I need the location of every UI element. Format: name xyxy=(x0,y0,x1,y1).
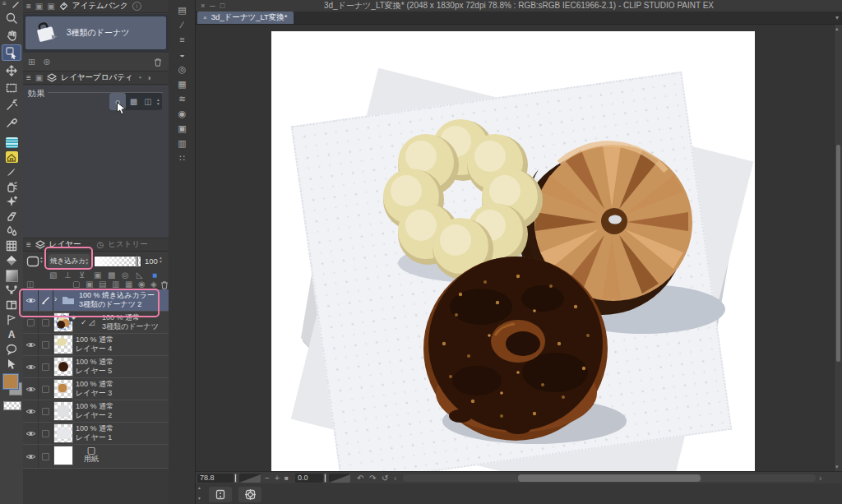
delete-item-icon[interactable] xyxy=(154,58,162,67)
vertical-scrollbar[interactable]: ▴ ▾ xyxy=(834,25,842,471)
liquify-tool[interactable] xyxy=(2,238,21,254)
material-panel-icon[interactable]: ▥ xyxy=(169,136,196,150)
move-layer-tool[interactable] xyxy=(2,62,21,79)
apply-mask-icon[interactable]: ◈ xyxy=(150,280,157,289)
selection-tool[interactable] xyxy=(2,80,21,96)
layer-visibility-toggle[interactable] xyxy=(23,356,39,377)
layer-mask-icon[interactable]: ◉ xyxy=(138,280,146,289)
merge-down-icon[interactable]: ▦ xyxy=(125,280,132,289)
zoom-out-icon[interactable]: − xyxy=(265,473,270,483)
ruler-show-icon[interactable]: ◺ xyxy=(136,271,143,280)
reference-layer-icon[interactable]: ⊥ xyxy=(64,271,72,280)
blend-mode-select[interactable]: 焼き込みカラー ▴▾ xyxy=(49,254,90,269)
layer-row-folder[interactable]: › 100 % 焼き込みカラー 3種類のドーナツ 2 xyxy=(23,289,169,312)
frame-border-tool[interactable] xyxy=(2,297,21,313)
two-pane-icon[interactable]: ◫ xyxy=(26,280,34,289)
item-bank-menu-icon[interactable]: ≡ xyxy=(26,2,31,11)
folder-expand-arrow[interactable]: › xyxy=(54,294,57,303)
rotation-slider[interactable] xyxy=(329,474,350,483)
tool-property-icon[interactable]: ▣ xyxy=(35,74,43,82)
lock-layer-icon[interactable]: ▣ xyxy=(94,271,101,280)
layer-edit-indicator[interactable] xyxy=(39,334,53,355)
fit-to-screen-icon[interactable]: ■ xyxy=(285,473,289,483)
navigator-button[interactable] xyxy=(238,487,261,502)
transfer-down-icon[interactable]: ▥ xyxy=(112,280,119,289)
layer-edit-indicator[interactable] xyxy=(39,312,53,333)
layer-edit-indicator[interactable] xyxy=(39,356,53,377)
layer-visibility-toggle[interactable] xyxy=(23,445,39,468)
opacity-slider[interactable] xyxy=(95,257,141,266)
add-item-icon[interactable]: ⊞ xyxy=(28,58,35,67)
scroll-up-icon[interactable]: ▴ xyxy=(835,25,839,32)
object-operation-tool[interactable] xyxy=(2,44,21,61)
delete-layer-icon[interactable] xyxy=(160,280,169,289)
layer-color-effect-button[interactable]: ◫ xyxy=(141,97,155,106)
canvas-page[interactable] xyxy=(271,31,755,471)
tab-history[interactable]: ヒストリー xyxy=(108,239,147,250)
zoom-slider[interactable] xyxy=(239,474,261,483)
window-controls[interactable]: ×─□ xyxy=(201,2,229,10)
text-tool[interactable]: A xyxy=(2,326,21,343)
sub-tool-panel-icon[interactable]: ∕ xyxy=(169,18,196,31)
layer-row-1[interactable]: 100 % 通常 レイヤー 1 xyxy=(23,423,169,445)
zoom-value-field[interactable]: 78.8 xyxy=(197,474,234,483)
figure-decoration-tool[interactable] xyxy=(2,193,21,210)
layer-edit-indicator[interactable] xyxy=(39,423,53,444)
gradient-tool[interactable] xyxy=(2,252,21,269)
brush-size-panel-icon[interactable]: ◒ xyxy=(169,48,196,61)
layer-visibility-toggle[interactable] xyxy=(23,400,39,422)
tab-list-chevron-icon[interactable]: ▾ xyxy=(835,14,839,21)
new-vector-layer-icon[interactable]: ▣ xyxy=(86,280,93,289)
mask-enable-icon[interactable]: ◎ xyxy=(122,271,129,280)
blend-tool[interactable] xyxy=(2,223,21,239)
opacity-handle[interactable] xyxy=(136,256,138,267)
tool-property-panel-icon[interactable]: ≡ xyxy=(169,33,196,46)
decoration-tool[interactable] xyxy=(2,149,21,165)
hand-tool[interactable] xyxy=(2,27,21,44)
layer-thumbnail[interactable] xyxy=(54,380,72,398)
brush-shape-panel-icon[interactable]: ◎ xyxy=(169,62,196,76)
layer-visibility-toggle[interactable] xyxy=(23,289,39,311)
layer-thumbnail[interactable] xyxy=(54,424,72,442)
layer-thumbnail[interactable] xyxy=(54,402,72,420)
layer-edit-indicator[interactable] xyxy=(39,378,53,400)
layer-edit-indicator[interactable] xyxy=(39,400,53,422)
transparent-color-swatch[interactable] xyxy=(3,401,21,410)
color-wheel-panel-icon[interactable]: ◉ xyxy=(169,107,196,120)
layer-visibility-toggle[interactable] xyxy=(23,378,39,400)
layer-color-icon[interactable]: ■ xyxy=(152,271,157,280)
color-mixing-panel-icon[interactable]: ≋ xyxy=(169,92,196,105)
zoom-slider-handle[interactable] xyxy=(234,474,237,483)
foreground-color-swatch[interactable] xyxy=(3,374,18,389)
layer-thumbnail[interactable] xyxy=(54,335,72,354)
operation-select-tool[interactable] xyxy=(2,356,21,372)
airbrush-tool[interactable] xyxy=(2,178,21,195)
navigator-panel-icon[interactable]: ▤ xyxy=(169,3,196,16)
anchor-point-tool[interactable] xyxy=(2,282,21,298)
toolbar-pen-icon[interactable] xyxy=(12,2,19,8)
ruler-tool[interactable] xyxy=(2,312,21,328)
opacity-stepper[interactable]: ▴▾ xyxy=(160,256,162,264)
layer-row-3[interactable]: 100 % 通常 レイヤー 3 xyxy=(23,378,169,400)
pen-tool[interactable] xyxy=(2,134,21,150)
brush-tool[interactable] xyxy=(2,164,21,180)
eyedropper-tool[interactable] xyxy=(2,114,21,131)
toolbar-menu-icon[interactable]: ≡ xyxy=(2,1,7,7)
layer-row-5[interactable]: 100 % 通常 レイヤー 5 xyxy=(23,356,169,378)
zoom-in-icon[interactable]: + xyxy=(275,473,280,483)
statusbar-collapse-icon[interactable]: ‹ xyxy=(394,473,396,483)
rotation-value-field[interactable]: 0.0 xyxy=(295,474,323,483)
timeline-panel-icon[interactable]: ▣ xyxy=(169,122,196,135)
vertical-scroll-thumb[interactable] xyxy=(836,145,840,362)
zoom-tool[interactable] xyxy=(2,10,21,26)
layer-row-paper[interactable]: ▢ 用紙 xyxy=(23,445,169,469)
layer-row-2[interactable]: 100 % 通常 レイヤー 2 xyxy=(23,400,169,423)
gray-panel-icon-b[interactable]: ▣ xyxy=(47,2,54,11)
layer-edit-indicator[interactable] xyxy=(39,445,53,468)
layer-property-menu-icon[interactable]: ≡ xyxy=(26,74,31,82)
layer-visibility-toggle[interactable] xyxy=(23,312,39,333)
draft-layer-icon[interactable]: ⊻ xyxy=(79,271,85,280)
eraser-tool[interactable] xyxy=(2,208,21,224)
lock-transparent-icon[interactable]: ▩ xyxy=(108,271,115,280)
palette-icon[interactable] xyxy=(26,256,39,267)
